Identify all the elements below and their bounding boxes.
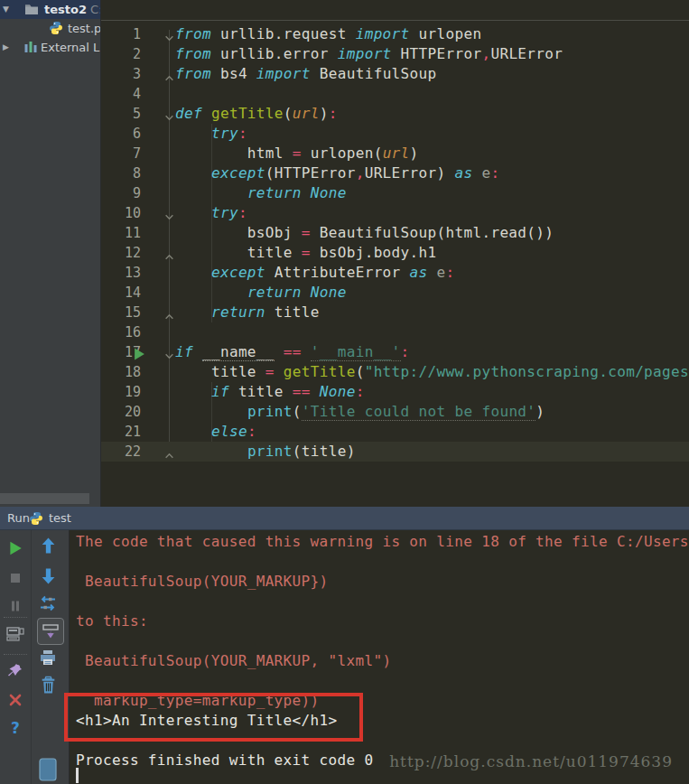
- fold-marker-icon[interactable]: [164, 69, 174, 79]
- chevron-collapsed-icon[interactable]: ▶: [3, 38, 9, 57]
- line-number: 9: [101, 183, 141, 203]
- line-number: 22: [101, 442, 141, 462]
- question-icon: ?: [11, 719, 20, 737]
- code-line[interactable]: 19 if title == None:: [101, 382, 689, 402]
- console-stderr-line: [70, 552, 689, 572]
- console-stderr-line: [70, 631, 689, 651]
- next-stack-trace-button[interactable]: [37, 567, 59, 589]
- chevron-expanded-icon[interactable]: ▼: [3, 0, 9, 19]
- tree-item-label: External L: [41, 38, 99, 57]
- tree-item-path: C:: [87, 3, 101, 16]
- toolbar-divider: [31, 530, 32, 784]
- watermark-text: http://blog.csdn.net/u011974639: [389, 752, 673, 770]
- pause-button[interactable]: [5, 597, 26, 619]
- tree-item-testo2[interactable]: ▼testo2 C:: [0, 0, 100, 19]
- code-line[interactable]: 16: [101, 322, 689, 342]
- clear-console-button[interactable]: [37, 676, 59, 697]
- close-button[interactable]: [5, 691, 26, 713]
- project-panel-scrollbar[interactable]: [0, 493, 89, 504]
- prev-stack-trace-button[interactable]: [37, 537, 59, 558]
- code-line[interactable]: 3from bs4 import BeautifulSoup: [101, 64, 689, 84]
- printer-icon: [39, 649, 57, 670]
- code-line[interactable]: 15 return title: [101, 303, 689, 322]
- pause-icon: [8, 599, 23, 617]
- code-line[interactable]: 20 print('Title could not be found'): [101, 402, 689, 422]
- code-text: return title: [175, 303, 320, 322]
- partial-bottom-button[interactable]: [37, 761, 59, 782]
- tree-item-test-p[interactable]: test.p: [0, 19, 100, 38]
- code-line[interactable]: 22 print(title): [101, 442, 689, 462]
- code-line[interactable]: 11 bsObj = BeautifulSoup(html.read()): [101, 223, 689, 243]
- code-line[interactable]: 1from urllib.request import urlopen: [101, 24, 689, 44]
- scroll-to-end-button[interactable]: [37, 618, 64, 645]
- console-stderr-line: BeautifulSoup(YOUR_MARKUP}): [70, 572, 689, 592]
- code-line[interactable]: 5def getTitle(url):: [101, 104, 689, 124]
- code-line[interactable]: 10 try:: [101, 203, 689, 223]
- line-number: 21: [101, 422, 141, 442]
- code-text: title = bsObj.body.h1: [175, 243, 437, 263]
- restore-layout-button[interactable]: [5, 625, 26, 647]
- tree-item-external-l[interactable]: ▶External L: [0, 38, 100, 57]
- code-line[interactable]: 8 except(HTTPError,URLError) as e:: [101, 163, 689, 183]
- code-line[interactable]: 4: [101, 84, 689, 104]
- rerun-button[interactable]: [5, 539, 26, 561]
- fold-marker-icon[interactable]: [164, 208, 174, 218]
- code-line[interactable]: 12 title = bsObj.body.h1: [101, 243, 689, 263]
- fold-marker-icon[interactable]: [164, 307, 174, 317]
- code-text: except(HTTPError,URLError) as e:: [175, 163, 499, 183]
- code-line[interactable]: 2from urllib.error import HTTPError,URLE…: [101, 44, 689, 64]
- python-file-icon: [49, 21, 63, 35]
- run-toolwindow-header[interactable]: Run test: [0, 507, 689, 530]
- folder-icon: [24, 2, 39, 16]
- fold-marker-icon[interactable]: [164, 29, 174, 39]
- line-number: 10: [101, 203, 141, 223]
- code-text: bsObj = BeautifulSoup(html.read()): [175, 223, 554, 243]
- line-number: 6: [101, 124, 141, 144]
- keyboard-icon: [6, 626, 24, 646]
- line-number: 1: [101, 24, 141, 44]
- run-gutter-icon[interactable]: [134, 346, 145, 359]
- help-button[interactable]: ?: [5, 717, 26, 739]
- fold-marker-icon[interactable]: [164, 446, 174, 456]
- fold-marker-icon[interactable]: [164, 347, 174, 357]
- code-line[interactable]: 7 html = urlopen(url): [101, 144, 689, 163]
- line-number: 20: [101, 402, 141, 422]
- code-text: except AttributeError as e:: [175, 263, 455, 283]
- ide-window: ▼testo2 C:test.p▶External L 1from urllib…: [0, 0, 689, 784]
- console-stderr-line: The code that caused this warning is on …: [70, 532, 689, 552]
- line-number: 19: [101, 382, 141, 402]
- stop-button[interactable]: [5, 569, 26, 591]
- pin-tab-button[interactable]: [5, 661, 26, 683]
- libraries-icon: [23, 40, 38, 54]
- console-caret: [76, 768, 79, 783]
- line-number: 7: [101, 144, 141, 163]
- code-line[interactable]: 9 return None: [101, 183, 689, 203]
- fold-marker-icon[interactable]: [164, 108, 174, 118]
- print-console-button[interactable]: [37, 649, 59, 670]
- line-number: 4: [101, 84, 141, 104]
- console-settings-button[interactable]: [37, 594, 59, 616]
- code-line[interactable]: 21 else:: [101, 422, 689, 442]
- line-number: 11: [101, 223, 141, 243]
- code-text: else:: [175, 422, 256, 442]
- code-line[interactable]: 17if __name__ == '__main__':: [101, 342, 689, 362]
- code-line[interactable]: 18 title = getTitle("http://www.pythonsc…: [101, 362, 689, 382]
- code-text: return None: [175, 283, 347, 303]
- line-number: 15: [101, 303, 141, 322]
- console-stderr-line: BeautifulSoup(YOUR_MARKUP, "lxml"): [70, 651, 689, 671]
- fold-marker-icon[interactable]: [164, 247, 174, 257]
- code-text: try:: [175, 203, 247, 223]
- code-line[interactable]: 13 except AttributeError as e:: [101, 263, 689, 283]
- tree-item-label: testo2 C:: [44, 0, 101, 19]
- project-tree-panel[interactable]: ▼testo2 C:test.p▶External L: [0, 0, 101, 507]
- run-console[interactable]: The code that caused this warning is on …: [70, 530, 689, 784]
- stop-icon: [8, 571, 23, 589]
- line-number: 2: [101, 44, 141, 64]
- code-text: title = getTitle("http://www.pythonscrap…: [175, 362, 689, 382]
- code-line[interactable]: 14 return None: [101, 283, 689, 303]
- arrow-down-icon: [41, 567, 56, 589]
- partial-icon: [39, 758, 57, 784]
- code-editor[interactable]: 1from urllib.request import urlopen2from…: [101, 0, 689, 507]
- code-text: print('Title could not be found'): [175, 402, 545, 422]
- code-line[interactable]: 6 try:: [101, 124, 689, 144]
